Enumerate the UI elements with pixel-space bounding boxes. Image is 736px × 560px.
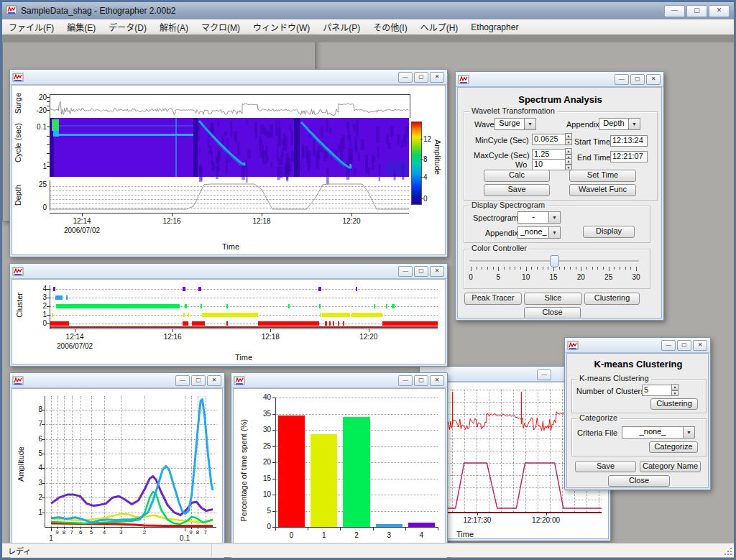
restore-button[interactable]: ▢ (414, 72, 428, 83)
cluster-segment (226, 304, 228, 308)
appendix-dropdown[interactable]: Depth▼ (599, 118, 640, 130)
timespent-window-titlebar[interactable]: —▢✕ (231, 373, 447, 388)
save-button[interactable]: Save (484, 184, 550, 196)
wo-stepper[interactable]: ▲▼ (565, 158, 572, 170)
minimize-button[interactable]: — (175, 375, 190, 386)
minimize-button[interactable]: — (661, 340, 676, 351)
mincycle-input[interactable]: 0.0625 (532, 134, 566, 145)
app-maximize-button[interactable]: ▢ (686, 5, 707, 17)
menu-item-6[interactable]: ウィンドウ(W) (247, 19, 316, 35)
menu-item-5[interactable]: マクロ(M) (195, 19, 247, 35)
wo-input[interactable]: 10 (532, 159, 566, 170)
timeseries-window: —▢✕43210Cluster12:1412:1612:1812:202006/… (9, 263, 448, 367)
color-slider-thumb[interactable] (550, 255, 559, 267)
menu-item-1[interactable]: ファイル(F) (2, 19, 60, 35)
wavelet-func-button[interactable]: Wavelet Func (569, 184, 636, 196)
date-label: 2006/07/02 (53, 342, 96, 350)
minimize-button[interactable]: — (398, 72, 413, 83)
spectrogram-dropdown[interactable]: -▼ (518, 211, 561, 224)
menu-item-7[interactable]: パネル(P) (316, 19, 367, 35)
criteria-file-label: Criteria File (577, 428, 617, 437)
cluster-tick: 4 (40, 285, 47, 293)
resize-grip[interactable] (723, 546, 732, 556)
save-button[interactable]: Save (575, 461, 636, 472)
display-button[interactable]: Display (583, 226, 635, 238)
spectrumgroup-window-titlebar[interactable]: —▢✕ (10, 373, 224, 388)
slider-tick (636, 267, 637, 271)
stepper-down-icon[interactable]: ▼ (565, 139, 572, 146)
category-name-button[interactable]: Category Name (640, 461, 701, 472)
chevron-down-icon: ▼ (683, 426, 695, 439)
close-button[interactable]: ✕ (646, 74, 661, 85)
restore-button[interactable]: ▢ (191, 375, 206, 386)
app-window: SampleData_shag - Ethographer 2.00b2 — ▢… (0, 0, 736, 560)
h-gridline (275, 414, 438, 415)
close-button[interactable]: ✕ (693, 340, 707, 351)
calc-button[interactable]: Calc (484, 170, 550, 182)
stepper-up-icon[interactable]: ▲ (565, 158, 572, 165)
restore-button[interactable]: ▢ (677, 340, 691, 351)
time-tick (351, 213, 352, 216)
menu-item-10[interactable]: Ethographer (464, 21, 525, 34)
cluster-segment (318, 287, 321, 291)
mincycle-stepper[interactable]: ▲▼ (565, 133, 572, 145)
app-minimize-button[interactable]: — (664, 5, 685, 17)
restore-button[interactable]: ▢ (414, 266, 428, 277)
categorize-button[interactable]: Categorize (649, 441, 698, 453)
stepper-up-icon[interactable]: ▲ (565, 133, 572, 139)
minimize-button[interactable]: — (398, 375, 413, 386)
spectrum-panel-titlebar[interactable]: —▢✕ (456, 72, 663, 87)
y-tick (42, 483, 45, 484)
clustering-button[interactable]: Clustering (584, 293, 640, 305)
wavelet-window-titlebar[interactable]: —▢✕ (10, 70, 447, 85)
appendix2-dropdown[interactable]: _none_▼ (518, 226, 561, 239)
cluster-segment (338, 321, 339, 326)
set-time-button[interactable]: Set Time (569, 170, 636, 182)
restore-button[interactable]: ▢ (630, 74, 645, 85)
stepper-up-icon[interactable]: ▲ (565, 148, 572, 155)
spectrogram-art (50, 118, 409, 177)
minimize-button[interactable]: — (537, 369, 551, 380)
colorbar-label: Amplitude (433, 139, 442, 175)
wave-dropdown[interactable]: Surge▼ (494, 118, 536, 130)
close-button[interactable]: ✕ (430, 72, 444, 83)
cluster-segment (382, 321, 438, 326)
close-button[interactable]: Close (524, 307, 581, 318)
close-button[interactable]: Close (608, 475, 670, 487)
cluster-segment (320, 313, 321, 317)
slider-tick-label: 5 (492, 273, 504, 281)
kmeans-panel-titlebar[interactable]: —▢✕ (565, 338, 710, 353)
clustering-button[interactable]: Clustering (650, 398, 698, 410)
menu-item-8[interactable]: その他(I) (367, 19, 413, 35)
wo-label: Wo (515, 160, 527, 169)
x-axis (428, 512, 602, 513)
cluster-gridline (50, 323, 438, 324)
menu-item-2[interactable]: 編集(E) (60, 19, 102, 35)
minimize-button[interactable]: — (615, 74, 629, 85)
menu-item-4[interactable]: 解析(A) (153, 19, 195, 35)
num-clusters-stepper[interactable]: ▲▼ (671, 384, 678, 396)
x-tick (405, 527, 406, 531)
window-graph-icon (568, 341, 579, 350)
slice-button[interactable]: Slice (524, 293, 582, 305)
peak-tracer-button[interactable]: Peak Tracer (464, 293, 522, 305)
cluster-segment (325, 321, 326, 326)
restore-button[interactable]: ▢ (414, 375, 428, 386)
menu-item-3[interactable]: データ(D) (102, 19, 153, 35)
close-button[interactable]: ✕ (430, 375, 444, 386)
start-time-field[interactable]: 12:13:24 (610, 135, 648, 147)
app-close-button[interactable]: ✕ (709, 5, 730, 17)
timeseries-window-titlebar[interactable]: —▢✕ (10, 264, 447, 279)
num-clusters-input[interactable]: 5 (642, 385, 673, 396)
menu-item-9[interactable]: ヘルプ(H) (414, 19, 465, 35)
criteria-file-dropdown[interactable]: _none_▼ (622, 426, 695, 439)
minimize-button[interactable]: — (398, 266, 413, 277)
close-button[interactable]: ✕ (430, 266, 444, 277)
close-button[interactable]: ✕ (207, 375, 221, 386)
background-window-top-strip (2, 35, 734, 42)
app-titlebar[interactable]: SampleData_shag - Ethographer 2.00b2 — ▢… (2, 2, 734, 19)
end-time-field[interactable]: 12:21:07 (610, 151, 648, 162)
stepper-up-icon[interactable]: ▲ (671, 384, 678, 390)
stepper-down-icon[interactable]: ▼ (671, 390, 678, 397)
cluster-segment (183, 321, 189, 326)
